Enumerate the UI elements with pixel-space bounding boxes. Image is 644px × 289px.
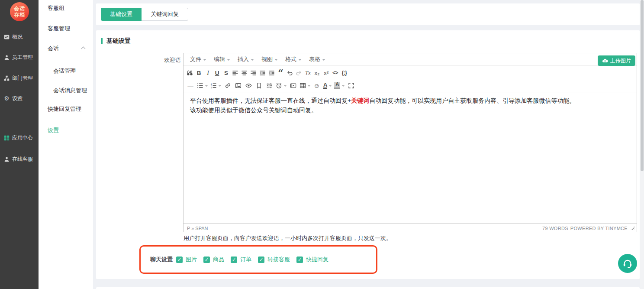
tab-keyword-reply[interactable]: 关键词回复 <box>142 8 188 21</box>
submenu-item-quick-reply-management[interactable]: 快捷回复管理 <box>48 106 81 113</box>
upload-image-button[interactable]: 上传图片 <box>598 55 635 66</box>
align-right-icon <box>250 70 257 76</box>
scrollbar-thumb[interactable] <box>641 0 644 171</box>
redo-button[interactable] <box>295 68 303 78</box>
chat-option-product[interactable]: ✓ 商品 <box>203 256 224 263</box>
link-button[interactable] <box>223 81 232 90</box>
bg-color-icon: A <box>334 82 340 89</box>
blockquote-button[interactable]: “ <box>277 68 285 78</box>
toolbar-row-1: B I U S “ Tx x₂ x² <> {;} <box>185 66 635 79</box>
welcome-message-label: 欢迎语 <box>96 56 181 64</box>
bullet-list-icon <box>197 82 203 89</box>
chat-option-image[interactable]: ✓ 图片 <box>176 256 197 263</box>
checkbox-checked-icon[interactable]: ✓ <box>231 257 237 263</box>
element-path[interactable]: P » SPAN <box>187 226 208 231</box>
sidebar-item-staff[interactable]: 员工管理 <box>4 53 33 62</box>
strikethrough-button[interactable]: S <box>222 68 231 78</box>
chat-option-transfer[interactable]: ✓ 转接客服 <box>258 256 290 263</box>
code-icon: <> <box>332 70 338 76</box>
keyword-highlight: 关键词 <box>351 97 369 104</box>
editor-menu-format[interactable]: 格式 <box>281 54 305 65</box>
outdent-button[interactable] <box>258 68 267 78</box>
align-center-button[interactable] <box>240 68 249 78</box>
page-break-button[interactable] <box>265 81 274 90</box>
table-button[interactable] <box>299 81 311 90</box>
settings-card: 基础设置 欢迎语 上传图片 文件 编辑 插入 视图 格式 表格 B I <box>96 30 640 279</box>
chevron-up-icon[interactable] <box>81 47 86 51</box>
chevron-down-icon <box>275 59 277 62</box>
chevron-down-icon <box>342 85 345 88</box>
anchor-button[interactable] <box>254 81 263 90</box>
sidebar-item-label: 设置 <box>12 95 23 102</box>
indent-button[interactable] <box>267 68 276 78</box>
fullscreen-button[interactable] <box>347 81 355 90</box>
tab-basic-settings[interactable]: 基础设置 <box>101 8 142 21</box>
sidebar-item-label: 员工管理 <box>12 54 33 61</box>
subscript-button[interactable]: x₂ <box>313 68 322 78</box>
app-logo[interactable]: 会话 存档 <box>10 2 29 21</box>
code-sample-button[interactable]: {;} <box>340 68 349 78</box>
submenu-item-settings-active[interactable]: 设置 <box>48 127 59 134</box>
align-left-button[interactable] <box>231 68 240 78</box>
clear-formatting-button[interactable]: Tx <box>304 68 312 78</box>
customer-service-float-button[interactable] <box>618 254 637 273</box>
menu-label: 编辑 <box>214 55 225 63</box>
resize-handle[interactable] <box>631 226 634 230</box>
emoji-button[interactable]: ☺ <box>312 81 321 90</box>
grid-icon <box>4 135 10 141</box>
checkbox-checked-icon[interactable]: ✓ <box>203 257 210 263</box>
editor-menu-insert[interactable]: 插入 <box>234 54 258 65</box>
align-right-button[interactable] <box>249 68 258 78</box>
image-button[interactable] <box>234 81 242 90</box>
chat-option-quick-reply[interactable]: ✓ 快捷回复 <box>296 256 328 263</box>
chat-option-label: 图片 <box>186 256 197 263</box>
superscript-button[interactable]: x² <box>322 68 331 78</box>
preview-button[interactable] <box>244 81 253 90</box>
bullet-list-button[interactable] <box>196 81 208 90</box>
bold-button[interactable]: B <box>195 68 203 78</box>
superscript-icon: x² <box>324 70 328 76</box>
editor-menu-table[interactable]: 表格 <box>305 54 329 65</box>
table-icon <box>299 82 306 89</box>
checkbox-checked-icon[interactable]: ✓ <box>296 257 303 263</box>
submenu-item-session-messages[interactable]: 会话消息管理 <box>53 87 87 94</box>
subscript-icon: x₂ <box>315 70 320 76</box>
text-color-button[interactable]: A <box>323 81 332 90</box>
chevron-down-icon <box>219 85 221 88</box>
bg-color-button[interactable]: A <box>334 81 345 90</box>
sidebar-item-app-center[interactable]: 应用中心 <box>4 133 33 142</box>
code-button[interactable]: <> <box>331 68 340 78</box>
tinymce-branding[interactable]: POWERED BY TINYMCE <box>570 226 628 231</box>
horizontal-rule-button[interactable]: — <box>186 81 195 90</box>
sidebar-item-overview[interactable]: 概况 <box>4 32 23 41</box>
underline-button[interactable]: U <box>213 68 222 78</box>
undo-button[interactable] <box>286 68 294 78</box>
sidebar-item-departments[interactable]: 部门管理 <box>4 74 33 82</box>
submenu-item-session-management[interactable]: 会话管理 <box>53 68 76 75</box>
editor-toolbar: B I U S “ Tx x₂ x² <> {;} <box>184 66 637 92</box>
editor-menu-file[interactable]: 文件 <box>186 54 210 65</box>
editor-menu-edit[interactable]: 编辑 <box>210 54 234 65</box>
chevron-down-icon <box>205 85 208 88</box>
datetime-button[interactable] <box>275 81 287 90</box>
page-scrollbar[interactable] <box>640 0 644 289</box>
clear-formatting-icon: Tx <box>305 70 311 76</box>
submenu-item-service-groups[interactable]: 客服组 <box>48 5 64 12</box>
editor-menu-view[interactable]: 视图 <box>258 54 281 65</box>
find-replace-button[interactable] <box>186 68 194 78</box>
bookmark-icon <box>256 82 262 89</box>
submenu-item-service-management[interactable]: 客服管理 <box>48 25 70 32</box>
editor-content[interactable]: 平台使用客服插件，无法保证客服一直在线，通过自动回复+关键词自动回复功能，可以实… <box>184 92 637 223</box>
chat-option-order[interactable]: ✓ 订单 <box>231 256 251 263</box>
next-section-card <box>96 287 640 289</box>
sidebar-item-settings[interactable]: ⚙ 设置 <box>4 94 23 103</box>
italic-button[interactable]: I <box>204 68 213 78</box>
media-button[interactable] <box>289 81 297 90</box>
checkbox-checked-icon[interactable]: ✓ <box>258 257 264 263</box>
binoculars-icon <box>187 70 193 76</box>
numbered-list-button[interactable] <box>210 81 222 90</box>
sidebar-item-online-service[interactable]: 在线客服 <box>4 155 33 163</box>
checkbox-checked-icon[interactable]: ✓ <box>176 257 183 263</box>
submenu-item-sessions[interactable]: 会话 <box>48 45 59 52</box>
chat-option-label: 转接客服 <box>267 256 290 263</box>
